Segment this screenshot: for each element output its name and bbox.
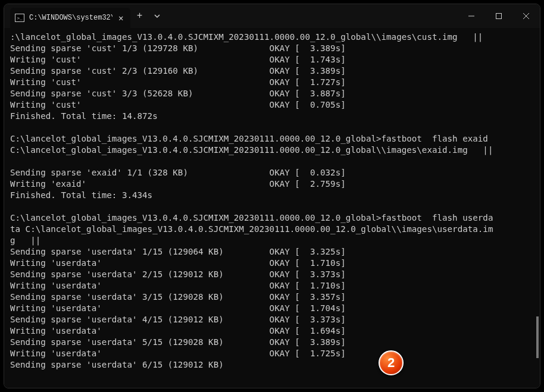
terminal-output[interactable]: :\lancelot_global_images_V13.0.4.0.SJCMI…: [4, 28, 540, 388]
minimize-button[interactable]: [458, 4, 485, 28]
annotation-badge: 2: [379, 350, 404, 375]
tab-cmd[interactable]: >_ C:\WINDOWS\system32\cmd. ✕: [10, 8, 130, 28]
close-tab-icon[interactable]: ✕: [117, 13, 124, 23]
cmd-icon: >_: [15, 14, 24, 22]
terminal-window: >_ C:\WINDOWS\system32\cmd. ✕ + :\lancel…: [4, 4, 540, 388]
maximize-button[interactable]: [485, 4, 512, 28]
new-tab-button[interactable]: +: [130, 7, 148, 25]
scrollbar-thumb[interactable]: [536, 316, 539, 358]
titlebar: >_ C:\WINDOWS\system32\cmd. ✕ +: [4, 4, 540, 28]
annotation-badge-text: 2: [387, 355, 395, 371]
window-controls: [458, 4, 540, 28]
tab-dropdown-icon[interactable]: [148, 7, 166, 25]
tab-strip: >_ C:\WINDOWS\system32\cmd. ✕ +: [4, 4, 166, 28]
tab-title: C:\WINDOWS\system32\cmd.: [29, 14, 112, 22]
svg-rect-1: [496, 14, 502, 19]
close-window-button[interactable]: [512, 4, 540, 28]
